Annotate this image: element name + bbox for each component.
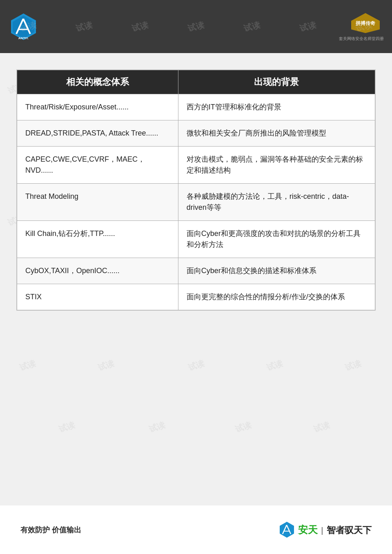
pwm-20: 试读 <box>18 358 38 374</box>
table-row: STIX 面向更完整的综合性的情报分析/作业/交换的体系 <box>17 284 375 310</box>
footer-logo: 安天 | 智者驭天下 <box>278 521 372 539</box>
row6-col2: 面向更完整的综合性的情报分析/作业/交换的体系 <box>178 284 375 310</box>
footer-brand-part1: 安天 <box>298 524 318 535</box>
pwm-26: 试读 <box>147 419 167 435</box>
table-row: DREAD,STRIDE,PASTA, Attack Tree...... 微软… <box>17 120 375 147</box>
row5-col1: CybOX,TAXII，OpenIOC...... <box>17 258 178 284</box>
header: ANTIY. 试读 试读 试读 试读 试读 试读 试读 拼搏传奇 套关网络安全名… <box>0 0 392 53</box>
header-wm-4: 试读 <box>187 19 205 34</box>
pwm-21: 试读 <box>97 358 116 374</box>
row2-col1: CAPEC,CWE,CVE,CVRF，MAEC，NVD...... <box>17 147 178 184</box>
footer: 有效防护 价值输出 安天 | 智者驭天下 <box>0 505 392 554</box>
pwm-25: 试读 <box>58 419 77 435</box>
svg-text:拼搏传奇: 拼搏传奇 <box>355 20 376 26</box>
pwm-24: 试读 <box>343 358 363 374</box>
footer-brand-separator: | <box>321 526 323 535</box>
row2-col2: 对攻击模式，脆弱点，漏洞等各种基础的安全元素的标定和描述结构 <box>178 147 375 184</box>
row3-col1: Threat Modeling <box>17 184 178 221</box>
col2-header: 出现的背景 <box>178 70 375 94</box>
header-wm-5: 试读 <box>243 19 261 34</box>
row1-col1: DREAD,STRIDE,PASTA, Attack Tree...... <box>17 120 178 147</box>
logo-area: ANTIY. <box>8 11 39 42</box>
antiy-logo: ANTIY. <box>8 11 39 42</box>
col1-header: 相关的概念体系 <box>17 70 178 94</box>
table-row: Kill Chain,钻石分析,TTP...... 面向Cyber和更高强度的攻… <box>17 221 375 258</box>
footer-brand-text: 安天 | 智者驭天下 <box>298 523 372 536</box>
row0-col2: 西方的IT管理和标准化的背景 <box>178 94 375 120</box>
row6-col1: STIX <box>17 284 178 310</box>
row0-col1: Threat/Risk/Exposure/Asset...... <box>17 94 178 120</box>
row1-col2: 微软和相关安全厂商所推出的风险管理模型 <box>178 120 375 147</box>
pwm-23: 试读 <box>265 358 284 374</box>
header-wm-6: 试读 <box>298 19 317 34</box>
footer-hex-icon <box>278 521 296 539</box>
row4-col1: Kill Chain,钻石分析,TTP...... <box>17 221 178 258</box>
row4-col2: 面向Cyber和更高强度的攻击和对抗的场景的分析工具和分析方法 <box>178 221 375 258</box>
header-brand-icon: 拼搏传奇 <box>347 12 384 36</box>
row3-col2: 各种威胁建模的方法论，工具，risk-centric，data-driven等等 <box>178 184 375 221</box>
table-row: CybOX,TAXII，OpenIOC...... 面向Cyber和信息交换的描… <box>17 258 375 284</box>
main-content: 相关的概念体系 出现的背景 Threat/Risk/Exposure/Asset… <box>16 69 376 311</box>
footer-tagline: 有效防护 价值输出 <box>20 525 81 535</box>
table-row: CAPEC,CWE,CVE,CVRF，MAEC，NVD...... 对攻击模式，… <box>17 147 375 184</box>
pwm-27: 试读 <box>234 419 253 435</box>
svg-text:ANTIY.: ANTIY. <box>18 36 29 40</box>
pwm-28: 试读 <box>312 419 332 435</box>
footer-brand-part2: 智者驭天下 <box>327 525 372 535</box>
table-row: Threat/Risk/Exposure/Asset...... 西方的IT管理… <box>17 94 375 120</box>
header-wm-2: 试读 <box>75 19 94 34</box>
concept-table: 相关的概念体系 出现的背景 Threat/Risk/Exposure/Asset… <box>17 70 375 310</box>
header-wm-3: 试读 <box>131 19 149 34</box>
svg-marker-8 <box>280 522 294 538</box>
row5-col2: 面向Cyber和信息交换的描述和标准体系 <box>178 258 375 284</box>
header-watermarks: 试读 试读 试读 试读 试读 试读 试读 <box>0 0 392 53</box>
pwm-22: 试读 <box>187 358 206 374</box>
header-brand-sub: 套关网络安全名师堂四册 <box>339 36 384 42</box>
table-row: Threat Modeling 各种威胁建模的方法论，工具，risk-centr… <box>17 184 375 221</box>
header-brand: 拼搏传奇 套关网络安全名师堂四册 <box>339 12 384 42</box>
